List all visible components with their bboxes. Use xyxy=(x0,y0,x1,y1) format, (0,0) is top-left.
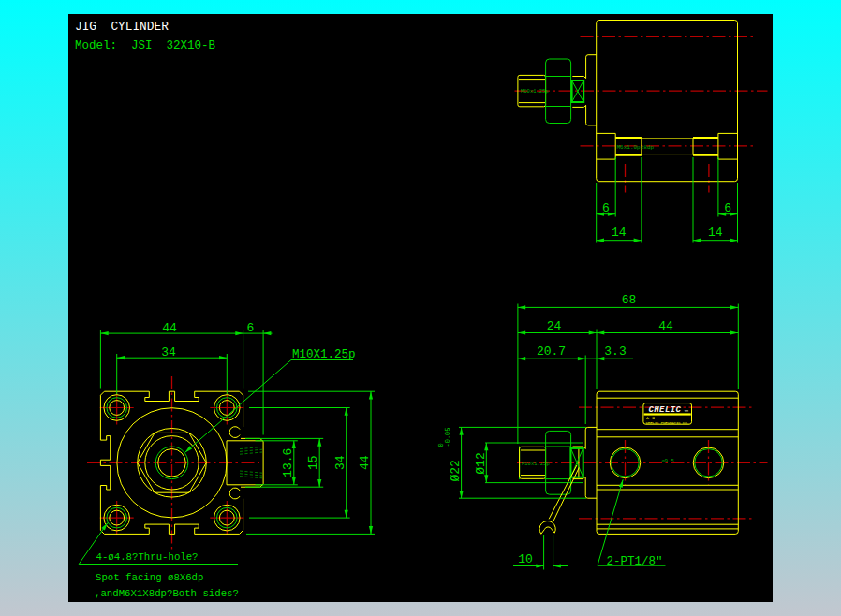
svg-text:44: 44 xyxy=(658,319,673,333)
svg-text:6: 6 xyxy=(247,321,255,335)
svg-text:44: 44 xyxy=(358,455,372,470)
svg-text:ø9.5: ø9.5 xyxy=(662,458,674,464)
svg-text:44: 44 xyxy=(162,321,177,335)
svg-text:Spot facing ø8X6dp: Spot facing ø8X6dp xyxy=(96,572,203,583)
svg-text:M6x1.0px8dp: M6x1.0px8dp xyxy=(617,144,655,151)
svg-text:TM: TM xyxy=(685,409,688,413)
svg-text:JIG CYLINDER: JIG CYLINDER xyxy=(75,20,169,34)
svg-text:20.7: 20.7 xyxy=(537,345,566,359)
svg-text:34: 34 xyxy=(161,345,176,359)
svg-text:15: 15 xyxy=(306,455,320,470)
svg-text:Ø22: Ø22 xyxy=(449,460,463,481)
svg-text:CHELIC: CHELIC xyxy=(649,405,682,415)
svg-text:-0.05: -0.05 xyxy=(444,427,451,447)
svg-text:10: 10 xyxy=(518,552,533,566)
svg-text:Model: JSI 32X10-B: Model: JSI 32X10-B xyxy=(75,39,216,52)
svg-text:14: 14 xyxy=(708,226,723,240)
svg-text:M10X1.25p: M10X1.25p xyxy=(292,348,356,361)
svg-text:68: 68 xyxy=(622,293,637,307)
svg-text:,andM6X1X8dp?Both sides?: ,andM6X1X8dp?Both sides? xyxy=(95,588,239,599)
svg-text:4-ø4.8?Thru-hole?: 4-ø4.8?Thru-hole? xyxy=(96,551,199,563)
svg-text:34: 34 xyxy=(333,455,347,470)
svg-text:6: 6 xyxy=(724,201,731,215)
svg-text:CHELIC PNEUMATIC CO.: CHELIC PNEUMATIC CO. xyxy=(646,421,689,425)
svg-text:24: 24 xyxy=(547,319,562,333)
svg-text:M10x1.25p: M10x1.25p xyxy=(521,88,549,95)
svg-text:6: 6 xyxy=(602,201,610,215)
svg-text:13.6: 13.6 xyxy=(281,448,295,477)
svg-text:3.3: 3.3 xyxy=(604,345,626,359)
svg-text:Ø12: Ø12 xyxy=(474,452,488,474)
svg-text:14: 14 xyxy=(612,226,627,240)
